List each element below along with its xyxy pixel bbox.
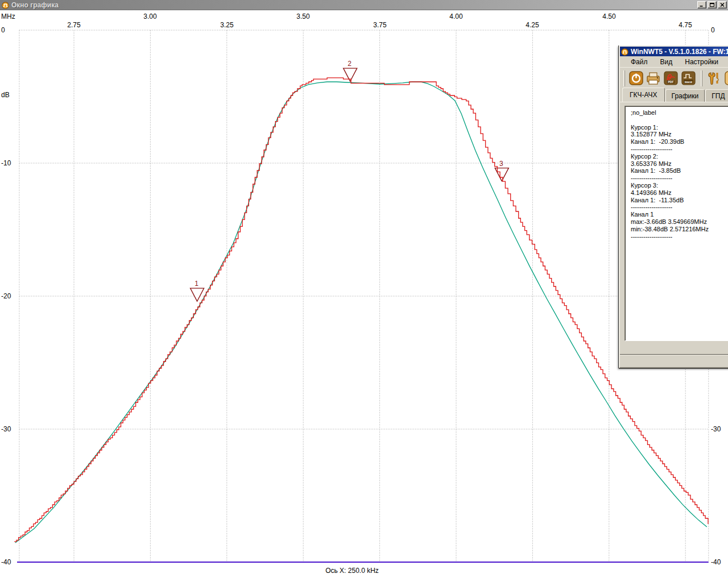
toolbar-button-pdf[interactable]: PDF (663, 70, 679, 87)
minimize-icon (700, 3, 704, 7)
tab-ГПД[interactable]: ГПД (705, 89, 728, 102)
svg-text:PDF: PDF (668, 80, 674, 84)
image-export-icon: IMAGE (681, 70, 696, 86)
cursor-label-3: 3 (499, 160, 503, 168)
readout-line: -------------------- (631, 146, 728, 153)
close-icon (720, 3, 725, 7)
x-axis-division-note: Ось X: 250.0 kHz (295, 567, 409, 575)
cursor-label-1: 1 (195, 280, 198, 288)
graph-window-title: Окно графика (11, 1, 59, 9)
toolbar-grip[interactable] (622, 70, 626, 86)
power-icon (628, 70, 644, 86)
readout-line: min:-38.48dB 2.571216MHz (631, 226, 728, 233)
readout-line: max:-3.66dB 3.549669MHz (631, 218, 728, 226)
readout-line: Канал 1: -20.39dB (631, 138, 728, 146)
svg-text:IMAGE: IMAGE (685, 81, 693, 84)
print-icon (646, 70, 661, 86)
readout-line: Канал 1: -3.85dB (631, 167, 728, 174)
pdf-export-icon: PDF (663, 70, 679, 86)
readout-line: Канал 1: -11.35dB (631, 197, 728, 204)
toolbar-button-print[interactable] (645, 70, 661, 87)
cursor-readout-panel: ;no_label Курсор 1:3.152877 MHzКанал 1: … (624, 106, 728, 341)
toolbar-button-clipped[interactable] (723, 70, 728, 87)
tools-icon (706, 70, 722, 86)
maximize-button[interactable] (708, 1, 717, 9)
toolbar-separator (700, 70, 704, 86)
menu-item-Файл[interactable]: Файл (624, 57, 654, 67)
readout-line (631, 117, 728, 124)
readout-line: Курсор 2: (631, 153, 728, 160)
toolbar-button-image[interactable]: IMAGE (680, 70, 697, 87)
cursor-marker-1[interactable] (191, 288, 204, 301)
graph-window-titlebar[interactable]: Окно графика (0, 0, 728, 10)
winnwt-toolbar: PDFIMAGE (620, 67, 728, 89)
trace-channel1 (14, 78, 708, 542)
toolbar-button-power[interactable] (628, 70, 644, 87)
menu-item-Графика[interactable]: Графика (725, 57, 728, 67)
readout-line: ;no_label (631, 109, 728, 117)
winnwt-status-divider (620, 354, 728, 355)
winnwt-titlebar[interactable]: WinNWT5 - V.5.1.0.1826 - FW:1.1 (620, 47, 728, 56)
winnwt-window: WinNWT5 - V.5.1.0.1826 - FW:1.1 ФайлВидН… (619, 45, 728, 368)
readout-line: 3.653376 MHz (631, 160, 728, 168)
maximize-icon (710, 3, 714, 7)
cursor-label-2: 2 (348, 60, 351, 68)
screen: 123 MHzdB2.753.003.253.503.754.004.254.5… (0, 0, 728, 582)
readout-line: Канал 1 (631, 211, 728, 218)
toolbar-button-tools[interactable] (706, 70, 723, 87)
readout-line: -------------------- (631, 203, 728, 211)
readout-line: 3.152877 MHz (631, 131, 728, 138)
trace-reference (15, 82, 707, 543)
winnwt-tab-bar: ГКЧ-АЧХГрафикиГПД (620, 88, 728, 102)
winnwt-pulse-icon (2, 1, 9, 9)
readout-line: Курсор 1: (631, 124, 728, 131)
tab-Графики[interactable]: Графики (665, 89, 705, 102)
readout-line: -------------------- (631, 174, 728, 182)
menu-item-Вид[interactable]: Вид (654, 57, 679, 67)
winnwt-menubar: ФайлВидНастройкиГрафика (620, 56, 728, 67)
winnwt-title: WinNWT5 - V.5.1.0.1826 - FW:1.1 (631, 48, 728, 56)
close-button[interactable] (718, 1, 727, 9)
minimize-button[interactable] (697, 1, 706, 9)
clipped-toolbar-icon (724, 70, 728, 86)
readout-line: Курсор 3: (631, 182, 728, 189)
readout-line: 4.149366 MHz (631, 189, 728, 197)
readout-line: -------------------- (631, 233, 728, 240)
tab-ГКЧ-АЧХ[interactable]: ГКЧ-АЧХ (622, 88, 665, 102)
winnwt-content: ;no_label Курсор 1:3.152877 MHzКанал 1: … (620, 102, 728, 354)
winnwt-pulse-icon (621, 48, 628, 55)
menu-item-Настройки[interactable]: Настройки (679, 57, 725, 67)
